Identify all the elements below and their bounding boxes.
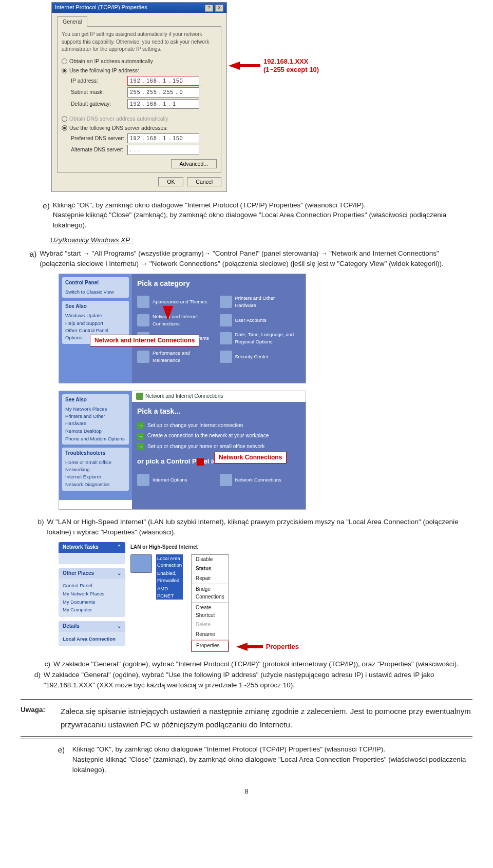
category-item[interactable]: Network and Internet Connections: [134, 311, 217, 330]
other-places-heading: Other Places: [63, 570, 94, 577]
side-link[interactable]: Network Diagnostics: [65, 481, 126, 488]
step-a: a) Wybrać "start → "All Programs" (wszys…: [21, 248, 472, 268]
context-menu: Disable Status Repair Bridge Connections…: [191, 554, 229, 652]
see-also-heading: See Also: [65, 396, 126, 404]
side-link[interactable]: Phone and Modem Options: [65, 435, 126, 442]
alt-dns-input[interactable]: . . .: [127, 145, 199, 155]
step-e: e) Kliknąć "OK", by zamknąć okno dialogo…: [21, 200, 472, 230]
side-link[interactable]: Control Panel: [63, 582, 121, 589]
cancel-button[interactable]: Cancel: [187, 177, 221, 186]
cp-header-box: Control Panel Switch to Classic View: [62, 277, 129, 298]
arrow-icon: →: [137, 422, 144, 429]
xp-users-heading: Użytkownicy Windows XP :: [50, 235, 472, 245]
cp-icon-item[interactable]: Network Connections: [217, 472, 299, 488]
task-item[interactable]: →Set up or change your home or small off…: [137, 441, 300, 452]
ip-address-label: IP address:: [71, 77, 127, 85]
red-arrow-down-icon: [197, 458, 204, 466]
perf-icon: [137, 351, 149, 363]
switch-classic-link[interactable]: Switch to Classic View: [65, 288, 126, 296]
category-item[interactable]: User Accounts: [217, 311, 299, 330]
menu-repair[interactable]: Repair: [192, 574, 229, 584]
collapse-icon[interactable]: ⌃: [117, 544, 121, 551]
pick-category-title: Pick a category: [132, 274, 306, 291]
radio-use-ip[interactable]: Use the following IP address:: [62, 67, 217, 74]
lan-connection-icon[interactable]: [130, 554, 152, 573]
menu-bridge[interactable]: Bridge Connections: [192, 585, 229, 602]
see-also-item[interactable]: Windows Update: [65, 312, 126, 319]
red-callout-netconn: Network Connections: [214, 452, 287, 464]
menu-properties[interactable]: Properties: [192, 641, 229, 651]
side-link[interactable]: Remote Desktop: [65, 428, 126, 435]
lan-screenshot: Network Tasks⌃ Other Places⌄ Control Pan…: [59, 542, 279, 652]
lan-section-title: LAN or High-Speed Internet: [130, 542, 279, 554]
page-number: 8: [21, 787, 472, 797]
note-label: Uwaga:: [21, 705, 61, 731]
subnet-label: Subnet mask:: [71, 88, 127, 96]
menu-shortcut[interactable]: Create Shortcut: [192, 603, 229, 620]
red-callout-network: Network and Internet Connections: [90, 335, 199, 346]
control-panel-screenshot: Control Panel Switch to Classic View See…: [59, 274, 306, 383]
category-item[interactable]: Security Center: [217, 348, 299, 366]
users-icon: [220, 314, 232, 326]
radio-obtain-ip[interactable]: Obtain an IP address automatically: [62, 57, 217, 65]
pref-dns-input[interactable]: 192 . 168 . 1 . 150: [127, 133, 199, 143]
collapse-icon[interactable]: ⌄: [117, 623, 121, 630]
radio-use-dns[interactable]: Use the following DNS server addresses:: [62, 124, 217, 132]
collapse-icon[interactable]: ⌄: [117, 570, 121, 577]
category-item[interactable]: Date, Time, Language, and Regional Optio…: [217, 329, 299, 348]
arrow-left-icon: [236, 643, 248, 651]
category-item[interactable]: Printers and Other Hardware: [217, 293, 299, 311]
step-d: d) W zakładce "General" (ogólne), wybrać…: [21, 670, 472, 690]
cp-icon-item[interactable]: Internet Options: [134, 472, 217, 488]
step-e2: e) Kliknąć "OK", by zamknąć okno dialogo…: [21, 744, 472, 775]
category-item[interactable]: Appearance and Themes: [134, 293, 217, 311]
advanced-button[interactable]: Advanced...: [171, 159, 217, 168]
close-button[interactable]: X: [215, 5, 223, 12]
arrow-left-icon: [229, 62, 240, 70]
side-link[interactable]: Internet Explorer: [65, 473, 126, 480]
see-also-item[interactable]: Help and Support: [65, 320, 126, 327]
tab-general[interactable]: General: [57, 16, 87, 27]
gateway-label: Default gateway:: [71, 100, 127, 108]
category-item[interactable]: Performance and Maintenance: [134, 348, 217, 366]
see-also-heading: See Also: [65, 303, 126, 311]
ip-address-input[interactable]: 192 . 168 . 1 . 150: [127, 76, 199, 86]
nic-header: Network and Internet Connections: [145, 393, 223, 400]
side-link[interactable]: My Network Places: [65, 406, 126, 413]
task-item[interactable]: →Create a connection to the network at y…: [137, 431, 300, 441]
internet-options-icon: [137, 474, 149, 486]
step-b: b) W "LAN or High-Speed Internet" (LAN l…: [21, 517, 472, 537]
side-link[interactable]: My Computer: [63, 606, 121, 613]
task-item[interactable]: →Set up or change your Internet connecti…: [137, 420, 300, 431]
tcpip-dialog: Internet Protocol (TCP/IP) Properties ? …: [51, 2, 227, 192]
details-heading: Details: [63, 623, 80, 630]
menu-disable[interactable]: Disable: [192, 555, 229, 565]
menu-status[interactable]: Status: [192, 564, 229, 574]
network-icon: [136, 393, 143, 400]
step-c: c) W zakładce "General" (ogólne), wybrać…: [21, 659, 472, 669]
radio-obtain-dns: Obtain DNS server address automatically: [62, 115, 217, 123]
menu-delete: Delete: [192, 620, 229, 630]
pick-task-title: Pick a task...: [132, 402, 306, 418]
network-connections-icon: [220, 474, 232, 486]
side-link[interactable]: Printers and Other Hardware: [65, 413, 126, 427]
printers-icon: [220, 296, 232, 308]
menu-rename[interactable]: Rename: [192, 630, 229, 640]
network-tasks-heading: Network Tasks: [63, 544, 99, 551]
properties-callout: Properties: [236, 643, 299, 651]
appearance-icon: [137, 296, 149, 308]
help-button[interactable]: ?: [205, 5, 213, 12]
pref-dns-label: Preferred DNS server:: [71, 134, 127, 142]
red-arrow-down-icon: [163, 306, 173, 320]
troubleshooters-heading: Troubleshooters: [65, 450, 126, 457]
ok-button[interactable]: OK: [158, 177, 183, 186]
subnet-input[interactable]: 255 . 255 . 255 . 0: [127, 87, 199, 97]
dialog-title: Internet Protocol (TCP/IP) Properties: [55, 4, 147, 12]
side-link[interactable]: Home or Small Office Networking: [65, 459, 126, 473]
dialog-description: You can get IP settings assigned automat…: [62, 31, 217, 53]
gateway-input[interactable]: 192 . 168 . 1 . 1: [127, 99, 199, 109]
side-link[interactable]: My Documents: [63, 599, 121, 606]
ip-callout: 192.168.1.XXX (1~255 except 10): [229, 57, 319, 73]
side-link[interactable]: My Network Places: [63, 590, 121, 597]
network-icon: [137, 314, 149, 326]
